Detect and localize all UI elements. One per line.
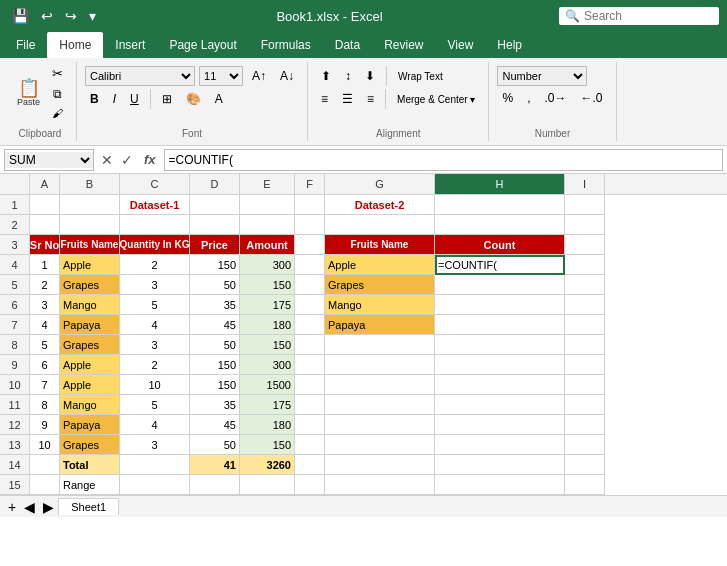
cell-E7[interactable]: 180	[240, 315, 295, 335]
align-left-button[interactable]: ≡	[316, 90, 333, 108]
confirm-formula-button[interactable]: ✓	[118, 152, 136, 168]
cell-H8[interactable]	[435, 335, 565, 355]
copy-button[interactable]: ⧉	[47, 85, 68, 103]
cell-E4[interactable]: 300	[240, 255, 295, 275]
cell-A1[interactable]	[30, 195, 60, 215]
tab-file[interactable]: File	[4, 32, 47, 58]
cell-A10[interactable]: 7	[30, 375, 60, 395]
comma-button[interactable]: ,	[522, 89, 535, 107]
cell-D5[interactable]: 50	[190, 275, 240, 295]
cell-I12[interactable]	[565, 415, 605, 435]
cell-I3[interactable]	[565, 235, 605, 255]
cell-D2[interactable]	[190, 215, 240, 235]
cell-F6[interactable]	[295, 295, 325, 315]
decrease-decimal-button[interactable]: ←.0	[575, 89, 607, 107]
align-center-button[interactable]: ☰	[337, 90, 358, 108]
cell-F1[interactable]	[295, 195, 325, 215]
cell-D9[interactable]: 150	[190, 355, 240, 375]
cell-H2[interactable]	[435, 215, 565, 235]
wrap-text-button[interactable]: Wrap Text	[393, 69, 448, 84]
cell-E14[interactable]: 3260	[240, 455, 295, 475]
cell-H10[interactable]	[435, 375, 565, 395]
cell-F4[interactable]	[295, 255, 325, 275]
tab-page-layout[interactable]: Page Layout	[157, 32, 248, 58]
cell-G8[interactable]	[325, 335, 435, 355]
cell-C9[interactable]: 2	[120, 355, 190, 375]
cell-D15[interactable]	[190, 475, 240, 495]
font-grow-button[interactable]: A↑	[247, 67, 271, 85]
cell-A3[interactable]: Sr No	[30, 235, 60, 255]
cell-G3[interactable]: Fruits Name	[325, 235, 435, 255]
cell-E5[interactable]: 150	[240, 275, 295, 295]
cell-A15[interactable]	[30, 475, 60, 495]
cell-G10[interactable]	[325, 375, 435, 395]
cell-B5[interactable]: Grapes	[60, 275, 120, 295]
cell-H13[interactable]	[435, 435, 565, 455]
font-family-select[interactable]: Calibri	[85, 66, 195, 86]
cell-C1[interactable]: Dataset-1	[120, 195, 190, 215]
cell-D14[interactable]: 41	[190, 455, 240, 475]
cell-H9[interactable]	[435, 355, 565, 375]
cell-B7[interactable]: Papaya	[60, 315, 120, 335]
cell-C15[interactable]	[120, 475, 190, 495]
cell-E9[interactable]: 300	[240, 355, 295, 375]
cell-I14[interactable]	[565, 455, 605, 475]
cell-C8[interactable]: 3	[120, 335, 190, 355]
cell-F13[interactable]	[295, 435, 325, 455]
border-button[interactable]: ⊞	[157, 90, 177, 108]
cell-A8[interactable]: 5	[30, 335, 60, 355]
col-header-G[interactable]: G	[325, 174, 435, 194]
col-header-C[interactable]: C	[120, 174, 190, 194]
cell-F9[interactable]	[295, 355, 325, 375]
tab-home[interactable]: Home	[47, 32, 103, 58]
cell-B1[interactable]	[60, 195, 120, 215]
cell-E12[interactable]: 180	[240, 415, 295, 435]
cell-H3[interactable]: Count	[435, 235, 565, 255]
cell-H15[interactable]	[435, 475, 565, 495]
cell-F5[interactable]	[295, 275, 325, 295]
bold-button[interactable]: B	[85, 90, 104, 108]
format-painter-button[interactable]: 🖌	[47, 105, 68, 121]
cell-F11[interactable]	[295, 395, 325, 415]
cell-B14[interactable]: Total	[60, 455, 120, 475]
cell-D11[interactable]: 35	[190, 395, 240, 415]
cell-A7[interactable]: 4	[30, 315, 60, 335]
cell-G1[interactable]: Dataset-2	[325, 195, 435, 215]
cell-A4[interactable]: 1	[30, 255, 60, 275]
name-box[interactable]: SUM	[4, 149, 94, 171]
search-box[interactable]: 🔍	[559, 7, 719, 25]
cell-H4[interactable]: =COUNTIF( COUNTIF(range, criteria)	[435, 255, 565, 275]
cell-G6[interactable]: Mango	[325, 295, 435, 315]
cell-F14[interactable]	[295, 455, 325, 475]
percent-button[interactable]: %	[497, 89, 518, 107]
cancel-formula-button[interactable]: ✕	[98, 152, 116, 168]
cell-I11[interactable]	[565, 395, 605, 415]
cell-G4[interactable]: Apple	[325, 255, 435, 275]
cell-G14[interactable]	[325, 455, 435, 475]
cell-H5[interactable]	[435, 275, 565, 295]
cell-H12[interactable]	[435, 415, 565, 435]
cell-G11[interactable]	[325, 395, 435, 415]
search-input[interactable]	[584, 9, 704, 23]
cell-C12[interactable]: 4	[120, 415, 190, 435]
cell-D4[interactable]: 150	[190, 255, 240, 275]
tab-help[interactable]: Help	[485, 32, 534, 58]
cell-C3[interactable]: Quantity In KG	[120, 235, 190, 255]
new-sheet-button[interactable]: +	[4, 499, 20, 515]
cell-F2[interactable]	[295, 215, 325, 235]
cell-E11[interactable]: 175	[240, 395, 295, 415]
cell-I15[interactable]	[565, 475, 605, 495]
cell-B2[interactable]	[60, 215, 120, 235]
cell-A6[interactable]: 3	[30, 295, 60, 315]
cell-C5[interactable]: 3	[120, 275, 190, 295]
cell-E10[interactable]: 1500	[240, 375, 295, 395]
italic-button[interactable]: I	[108, 90, 121, 108]
tab-insert[interactable]: Insert	[103, 32, 157, 58]
col-header-E[interactable]: E	[240, 174, 295, 194]
col-header-A[interactable]: A	[30, 174, 60, 194]
col-header-D[interactable]: D	[190, 174, 240, 194]
cell-E2[interactable]	[240, 215, 295, 235]
formula-input[interactable]	[164, 149, 723, 171]
cell-C7[interactable]: 4	[120, 315, 190, 335]
col-header-H[interactable]: H	[435, 174, 565, 194]
